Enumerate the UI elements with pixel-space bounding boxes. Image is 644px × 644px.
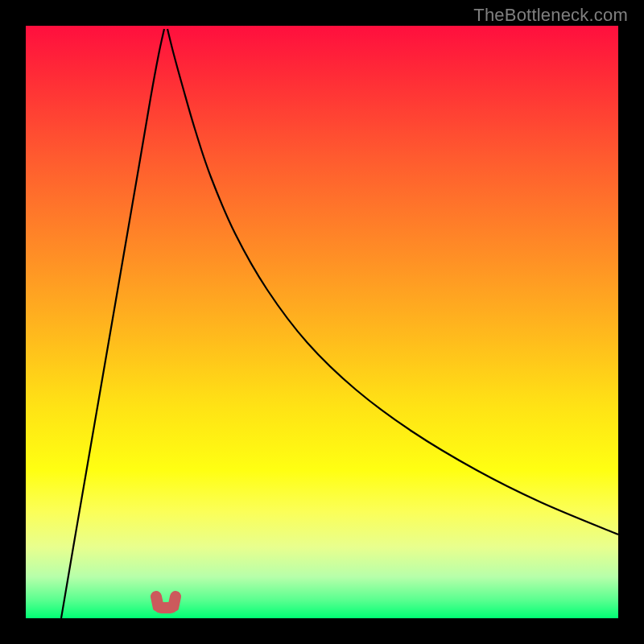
watermark-text: TheBottleneck.com [473, 5, 628, 26]
chart-frame: TheBottleneck.com [0, 0, 644, 644]
bottleneck-curve [26, 26, 618, 618]
plot-area [26, 26, 618, 618]
marker-base [153, 602, 179, 613]
minimum-marker [150, 591, 182, 613]
